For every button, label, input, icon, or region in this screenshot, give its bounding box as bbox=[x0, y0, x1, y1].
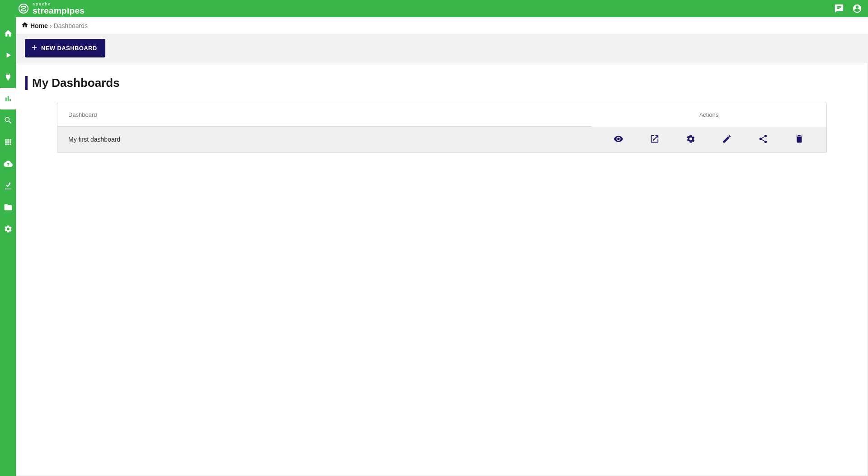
open-external-button[interactable] bbox=[649, 134, 660, 145]
view-dashboard-button[interactable] bbox=[613, 134, 624, 145]
brand-text: apache streampipes bbox=[33, 2, 85, 15]
page-title: My Dashboards bbox=[25, 76, 859, 90]
content: My Dashboards Dashboard Actions My first… bbox=[16, 62, 868, 476]
open-in-new-icon bbox=[650, 134, 660, 145]
brand-big: streampipes bbox=[33, 6, 85, 15]
dashboard-name-cell: My first dashboard bbox=[57, 127, 591, 152]
brand[interactable]: apache streampipes bbox=[18, 2, 85, 15]
column-header-actions: Actions bbox=[591, 103, 826, 127]
dashboards-table: Dashboard Actions My first dashboard bbox=[57, 103, 827, 153]
share-dashboard-button[interactable] bbox=[758, 134, 769, 145]
settings-dashboard-button[interactable] bbox=[685, 134, 696, 145]
breadcrumb-home[interactable]: Home bbox=[21, 21, 48, 30]
topbar: apache streampipes bbox=[0, 0, 868, 17]
sidebar-item-connect[interactable] bbox=[0, 66, 16, 88]
table-row: My first dashboard bbox=[57, 127, 826, 152]
sidebar-item-files[interactable] bbox=[0, 196, 16, 218]
gear-icon bbox=[686, 134, 696, 145]
account-icon[interactable] bbox=[852, 3, 863, 14]
table-header-row: Dashboard Actions bbox=[57, 103, 826, 127]
dashboard-actions-cell bbox=[591, 127, 826, 152]
plus-icon bbox=[30, 43, 38, 53]
sidebar-item-robot-arm[interactable] bbox=[0, 175, 16, 196]
sidebar-item-settings[interactable] bbox=[0, 218, 16, 240]
breadcrumb-current: Dashboards bbox=[54, 22, 88, 29]
sidebar-item-install[interactable] bbox=[0, 153, 16, 175]
toolbar: NEW DASHBOARD bbox=[16, 34, 868, 62]
delete-dashboard-button[interactable] bbox=[794, 134, 805, 145]
new-dashboard-button[interactable]: NEW DASHBOARD bbox=[25, 39, 105, 57]
sidebar bbox=[0, 17, 16, 476]
home-icon bbox=[21, 21, 28, 30]
sidebar-item-search[interactable] bbox=[0, 109, 16, 131]
breadcrumb-separator: › bbox=[50, 22, 52, 29]
breadcrumb-home-label: Home bbox=[30, 22, 48, 29]
topbar-icons bbox=[834, 3, 863, 14]
sidebar-item-home[interactable] bbox=[0, 23, 16, 44]
new-dashboard-label: NEW DASHBOARD bbox=[41, 45, 97, 52]
messages-icon[interactable] bbox=[834, 3, 844, 14]
brand-logo-icon bbox=[18, 3, 29, 14]
share-icon bbox=[758, 134, 768, 145]
sidebar-item-dashboards[interactable] bbox=[0, 88, 16, 109]
edit-dashboard-button[interactable] bbox=[722, 134, 732, 145]
sidebar-item-apps[interactable] bbox=[0, 131, 16, 153]
sidebar-item-pipelines[interactable] bbox=[0, 44, 16, 66]
main: Home › Dashboards NEW DASHBOARD My Dashb… bbox=[16, 17, 868, 476]
pencil-icon bbox=[722, 134, 732, 145]
eye-icon bbox=[613, 134, 623, 145]
trash-icon bbox=[794, 134, 804, 145]
column-header-name: Dashboard bbox=[57, 103, 591, 127]
breadcrumb: Home › Dashboards bbox=[16, 17, 868, 34]
